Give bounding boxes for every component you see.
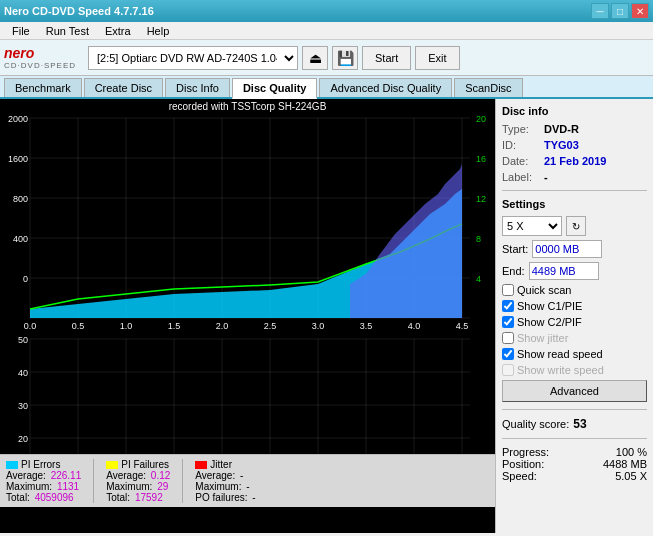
top-right-label-16: 16 — [476, 154, 486, 164]
top-y-label-2000: 2000 — [8, 114, 28, 124]
top-right-label-12: 12 — [476, 194, 486, 204]
bottom-y-20: 20 — [18, 434, 28, 444]
jitter-max-value: - — [246, 481, 249, 492]
show-c2-pif-label: Show C2/PIF — [517, 316, 582, 328]
x-label-40-top: 4.0 — [408, 321, 421, 331]
jitter-avg-label: Average: — [195, 470, 235, 481]
jitter-avg-value: - — [240, 470, 243, 481]
speed-row: 5 X ↻ — [502, 216, 647, 236]
show-jitter-checkbox[interactable] — [502, 332, 514, 344]
pi-failures-max-label: Maximum: — [106, 481, 152, 492]
window-controls: ─ □ ✕ — [591, 3, 649, 19]
toolbar: nero CD·DVD·SPEED [2:5] Optiarc DVD RW A… — [0, 40, 653, 76]
divider-3 — [502, 438, 647, 439]
pi-failures-label: PI Failures — [121, 459, 169, 470]
po-failures-value: - — [252, 492, 255, 503]
nero-logo-text: nero — [4, 45, 34, 61]
show-write-speed-row: Show write speed — [502, 364, 647, 376]
tab-scandisc[interactable]: ScanDisc — [454, 78, 522, 97]
quick-scan-checkbox[interactable] — [502, 284, 514, 296]
menu-file[interactable]: File — [4, 24, 38, 38]
show-c2-pif-checkbox[interactable] — [502, 316, 514, 328]
speed-label: Speed: — [502, 470, 537, 482]
stats-bar: PI Errors Average: 226.11 Maximum: 1131 … — [0, 454, 495, 507]
divider-1 — [502, 190, 647, 191]
progress-label: Progress: — [502, 446, 549, 458]
quality-score-label: Quality score: — [502, 418, 569, 430]
speed-select[interactable]: 5 X — [502, 216, 562, 236]
x-label-10-top: 1.0 — [120, 321, 133, 331]
refresh-button[interactable]: ↻ — [566, 216, 586, 236]
speed-value: 5.05 X — [615, 470, 647, 482]
pi-errors-color — [6, 461, 18, 469]
pi-failures-total-label: Total: — [106, 492, 130, 503]
x-label-45-top: 4.5 — [456, 321, 469, 331]
end-input[interactable] — [529, 262, 599, 280]
save-icon-button[interactable]: 💾 — [332, 46, 358, 70]
disc-id-value: TYG03 — [544, 139, 579, 151]
quick-scan-row: Quick scan — [502, 284, 647, 296]
advanced-button[interactable]: Advanced — [502, 380, 647, 402]
pi-errors-total-label: Total: — [6, 492, 30, 503]
po-failures-row: PO failures: - — [195, 492, 255, 503]
progress-row: Progress: 100 % — [502, 446, 647, 458]
start-button[interactable]: Start — [362, 46, 411, 70]
position-row: Position: 4488 MB — [502, 458, 647, 470]
show-read-speed-label: Show read speed — [517, 348, 603, 360]
x-label-25-top: 2.5 — [264, 321, 277, 331]
top-right-label-20: 20 — [476, 114, 486, 124]
stats-divider-2 — [182, 459, 183, 503]
show-write-speed-checkbox[interactable] — [502, 364, 514, 376]
eject-icon-button[interactable]: ⏏ — [302, 46, 328, 70]
jitter-color — [195, 461, 207, 469]
pi-errors-max-label: Maximum: — [6, 481, 52, 492]
charts-svg: 2000 1600 800 400 0 20 16 12 8 4 0.0 0.5… — [0, 114, 488, 454]
menu-extra[interactable]: Extra — [97, 24, 139, 38]
quality-score-row: Quality score: 53 — [502, 417, 647, 431]
progress-section: Progress: 100 % Position: 4488 MB Speed:… — [502, 446, 647, 482]
show-c2-pif-row: Show C2/PIF — [502, 316, 647, 328]
jitter-max-row: Maximum: - — [195, 481, 255, 492]
disc-id-label: ID: — [502, 139, 540, 151]
tab-benchmark[interactable]: Benchmark — [4, 78, 82, 97]
disc-date-row: Date: 21 Feb 2019 — [502, 155, 647, 167]
tab-disc-info[interactable]: Disc Info — [165, 78, 230, 97]
top-right-label-4: 4 — [476, 274, 481, 284]
start-input[interactable] — [532, 240, 602, 258]
titlebar: Nero CD-DVD Speed 4.7.7.16 ─ □ ✕ — [0, 0, 653, 22]
jitter-label: Jitter — [210, 459, 232, 470]
close-button[interactable]: ✕ — [631, 3, 649, 19]
pi-errors-label: PI Errors — [21, 459, 60, 470]
x-label-30-top: 3.0 — [312, 321, 325, 331]
top-right-label-8: 8 — [476, 234, 481, 244]
tab-create-disc[interactable]: Create Disc — [84, 78, 163, 97]
tab-bar: Benchmark Create Disc Disc Info Disc Qua… — [0, 76, 653, 99]
menu-run-test[interactable]: Run Test — [38, 24, 97, 38]
quality-score-value: 53 — [573, 417, 586, 431]
show-c1-pie-checkbox[interactable] — [502, 300, 514, 312]
pi-errors-total-value: 4059096 — [35, 492, 74, 503]
position-label: Position: — [502, 458, 544, 470]
exit-button[interactable]: Exit — [415, 46, 459, 70]
po-failures-label: PO failures: — [195, 492, 247, 503]
top-y-label-0: 0 — [23, 274, 28, 284]
divider-2 — [502, 409, 647, 410]
show-read-speed-checkbox[interactable] — [502, 348, 514, 360]
pi-failures-total-row: Total: 17592 — [106, 492, 170, 503]
menu-help[interactable]: Help — [139, 24, 178, 38]
position-value: 4488 MB — [603, 458, 647, 470]
disc-date-label: Date: — [502, 155, 540, 167]
tab-advanced-disc-quality[interactable]: Advanced Disc Quality — [319, 78, 452, 97]
settings-title: Settings — [502, 198, 647, 210]
disc-type-value: DVD-R — [544, 123, 579, 135]
jitter-stats: Jitter Average: - Maximum: - PO failures… — [195, 459, 255, 503]
maximize-button[interactable]: □ — [611, 3, 629, 19]
show-c1-pie-row: Show C1/PIE — [502, 300, 647, 312]
pi-errors-total-row: Total: 4059096 — [6, 492, 81, 503]
disc-label-value: - — [544, 171, 548, 183]
minimize-button[interactable]: ─ — [591, 3, 609, 19]
drive-select[interactable]: [2:5] Optiarc DVD RW AD-7240S 1.04 — [88, 46, 298, 70]
tab-disc-quality[interactable]: Disc Quality — [232, 78, 318, 99]
jitter-max-label: Maximum: — [195, 481, 241, 492]
menubar: File Run Test Extra Help — [0, 22, 653, 40]
